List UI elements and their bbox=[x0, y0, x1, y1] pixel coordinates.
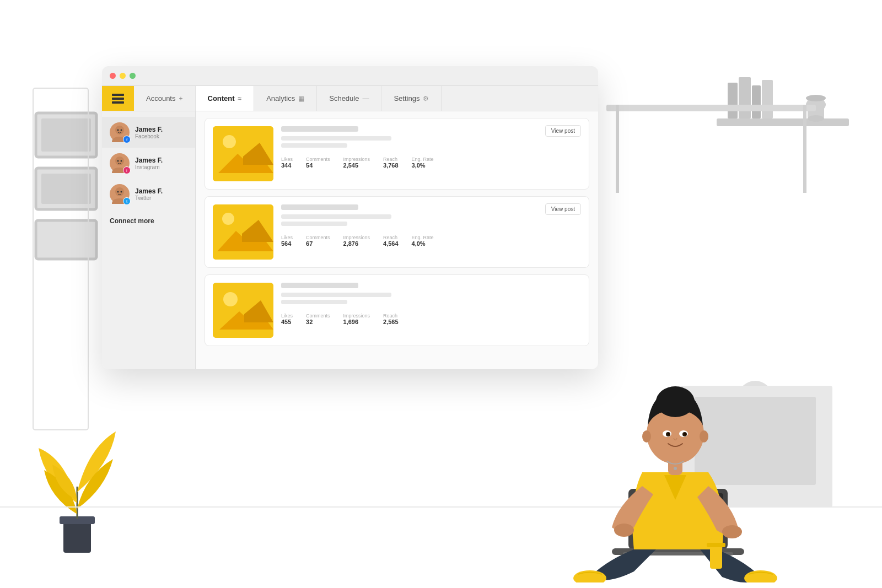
stat-comments-value-1: 54 bbox=[306, 162, 330, 169]
plant-decoration bbox=[33, 404, 121, 560]
stat-impressions-label-1: Impressions bbox=[343, 157, 370, 162]
title-bar bbox=[102, 66, 598, 86]
content-area: f James F. Facebook bbox=[102, 111, 598, 369]
stat-reach-label-1: Reach bbox=[383, 157, 399, 162]
account-info-twitter: James F. Twitter bbox=[135, 187, 163, 201]
stat-comments-label-1: Comments bbox=[306, 157, 330, 162]
stat-impressions-value-3: 1,696 bbox=[343, 319, 370, 325]
settings-icon: ⚙ bbox=[423, 95, 429, 103]
tab-content-label: Content bbox=[208, 94, 235, 103]
instagram-badge: i bbox=[123, 166, 131, 174]
post-line-2b bbox=[281, 222, 347, 226]
account-item-instagram[interactable]: i James F. Instagram bbox=[102, 148, 195, 179]
wall-frames-decoration bbox=[33, 110, 99, 267]
maximize-dot[interactable] bbox=[130, 73, 136, 79]
person-svg bbox=[562, 340, 794, 582]
svg-point-64 bbox=[656, 386, 695, 417]
svg-rect-15 bbox=[63, 520, 91, 553]
stat-reach-1: Reach 3,768 bbox=[383, 157, 399, 169]
stat-reach-label-2: Reach bbox=[383, 235, 399, 240]
svg-point-61 bbox=[722, 525, 742, 538]
stat-reach-value-2: 4,564 bbox=[383, 240, 399, 247]
tab-accounts[interactable]: Accounts + bbox=[134, 86, 196, 111]
svg-rect-13 bbox=[36, 220, 96, 259]
svg-rect-26 bbox=[112, 98, 124, 100]
post-line-1a bbox=[281, 136, 391, 141]
post-meta-2: Likes 564 Comments 67 Impressions 2,876 bbox=[281, 204, 581, 247]
stat-reach-2: Reach 4,564 bbox=[383, 235, 399, 247]
avatar-facebook: f bbox=[110, 122, 130, 142]
post-stats-2: Likes 564 Comments 67 Impressions 2,876 bbox=[281, 235, 581, 247]
analytics-icon: ▦ bbox=[298, 95, 304, 103]
account-name-instagram: James F. bbox=[135, 157, 163, 164]
stat-engrate-label-2: Eng. Rate bbox=[412, 235, 434, 240]
tab-schedule[interactable]: Schedule — bbox=[317, 86, 381, 111]
svg-rect-1 bbox=[728, 83, 738, 118]
post-meta-3: Likes 455 Comments 32 Impressions 1,696 bbox=[281, 283, 581, 325]
account-name-twitter: James F. bbox=[135, 187, 163, 195]
post-title-bar-1 bbox=[281, 126, 358, 132]
tab-analytics[interactable]: Analytics ▦ bbox=[254, 86, 317, 111]
stat-comments-value-3: 32 bbox=[306, 319, 330, 325]
view-post-button-1[interactable]: View post bbox=[545, 125, 581, 137]
stat-engrate-value-1: 3,0% bbox=[412, 162, 434, 169]
stat-engrate-2: Eng. Rate 4,0% bbox=[412, 235, 434, 247]
post-line-2a bbox=[281, 214, 391, 219]
account-item-facebook[interactable]: f James F. Facebook bbox=[102, 117, 195, 148]
stat-comments-3: Comments 32 bbox=[306, 313, 330, 325]
svg-point-38 bbox=[117, 191, 119, 193]
stat-reach-value-1: 3,768 bbox=[383, 162, 399, 169]
post-thumbnail-1 bbox=[213, 126, 273, 181]
svg-point-39 bbox=[121, 191, 122, 193]
stat-engrate-label-1: Eng. Rate bbox=[412, 157, 434, 162]
svg-point-69 bbox=[668, 433, 670, 435]
stat-impressions-value-2: 2,876 bbox=[343, 240, 370, 247]
svg-point-45 bbox=[222, 213, 234, 225]
stat-likes-value-1: 344 bbox=[281, 162, 293, 169]
schedule-icon: — bbox=[362, 95, 369, 103]
tab-settings[interactable]: Settings ⚙ bbox=[381, 86, 442, 111]
post-stats-1: Likes 344 Comments 54 Impressions 2,545 bbox=[281, 157, 581, 169]
svg-point-30 bbox=[117, 130, 119, 131]
svg-point-7 bbox=[808, 115, 824, 122]
post-stats-3: Likes 455 Comments 32 Impressions 1,696 bbox=[281, 313, 581, 325]
stat-impressions-1: Impressions 2,545 bbox=[343, 157, 370, 169]
svg-rect-3 bbox=[752, 85, 761, 118]
svg-point-31 bbox=[121, 130, 122, 131]
svg-point-49 bbox=[223, 292, 238, 306]
stat-likes-value-2: 564 bbox=[281, 240, 293, 247]
post-line-3b bbox=[281, 300, 347, 304]
post-line-3a bbox=[281, 293, 391, 297]
stat-comments-label-2: Comments bbox=[306, 235, 330, 240]
svg-point-41 bbox=[223, 135, 236, 148]
view-post-button-2[interactable]: View post bbox=[545, 203, 581, 215]
nav-bar: Accounts + Content ≈ Analytics ▦ Schedul… bbox=[102, 86, 598, 111]
tab-schedule-label: Schedule bbox=[329, 94, 359, 103]
svg-rect-10 bbox=[41, 118, 91, 152]
account-item-twitter[interactable]: t James F. Twitter bbox=[102, 179, 195, 209]
minimize-dot[interactable] bbox=[120, 73, 126, 79]
stat-reach-value-3: 2,565 bbox=[383, 319, 399, 325]
tab-content[interactable]: Content ≈ bbox=[196, 86, 255, 111]
account-info-instagram: James F. Instagram bbox=[135, 157, 163, 170]
stat-engrate-value-2: 4,0% bbox=[412, 240, 434, 247]
accounts-icon: + bbox=[179, 95, 182, 103]
svg-rect-25 bbox=[112, 94, 124, 96]
stat-likes-label-2: Likes bbox=[281, 235, 293, 240]
avatar-twitter: t bbox=[110, 184, 130, 204]
content-icon: ≈ bbox=[238, 95, 242, 103]
app-logo bbox=[102, 86, 134, 111]
svg-point-73 bbox=[674, 467, 677, 470]
app-window: Accounts + Content ≈ Analytics ▦ Schedul… bbox=[102, 66, 598, 369]
tab-accounts-label: Accounts bbox=[146, 94, 175, 103]
stat-likes-1: Likes 344 bbox=[281, 157, 293, 169]
stat-likes-3: Likes 455 bbox=[281, 313, 293, 325]
stat-likes-label-3: Likes bbox=[281, 313, 293, 319]
stat-impressions-value-1: 2,545 bbox=[343, 162, 370, 169]
shelf-decoration bbox=[717, 39, 849, 134]
stat-impressions-3: Impressions 1,696 bbox=[343, 313, 370, 325]
close-dot[interactable] bbox=[110, 73, 116, 79]
connect-more-button[interactable]: Connect more bbox=[102, 209, 195, 233]
svg-point-71 bbox=[642, 430, 651, 443]
stat-likes-label-1: Likes bbox=[281, 157, 293, 162]
